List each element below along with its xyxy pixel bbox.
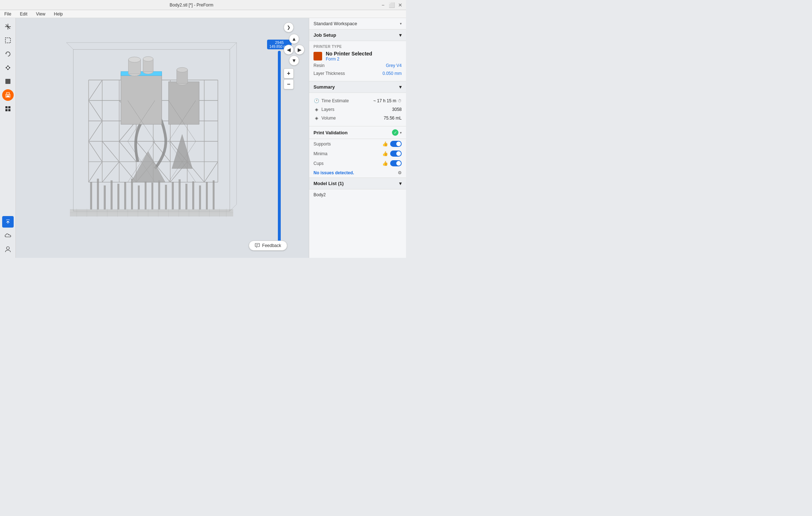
expand-button[interactable]: ❯ bbox=[284, 22, 294, 32]
svg-rect-55 bbox=[158, 180, 160, 209]
svg-point-18 bbox=[6, 247, 9, 250]
minima-toggle[interactable] bbox=[390, 151, 402, 157]
menu-help[interactable]: Help bbox=[53, 11, 64, 17]
menu-bar: File Edit View Help bbox=[0, 10, 406, 18]
svg-rect-63 bbox=[213, 180, 215, 209]
model-list-header[interactable]: Model List (1) ▾ bbox=[309, 178, 406, 189]
menu-view[interactable]: View bbox=[35, 11, 47, 17]
model-body2[interactable]: Body2 bbox=[309, 189, 406, 200]
svg-rect-98 bbox=[121, 73, 162, 124]
printer-model[interactable]: Form 2 bbox=[326, 57, 372, 62]
clock-icon: 🕐 bbox=[313, 98, 319, 104]
svg-marker-8 bbox=[9, 67, 10, 69]
main-area: ❯ ▲ ◀ ▶ ▼ + − 2945 bbox=[0, 18, 406, 258]
time-estimate-value: ~ 17 h 15 m bbox=[373, 98, 396, 103]
minima-row: Minima 👍 bbox=[309, 149, 406, 158]
layer-thickness-row: Layer Thickness 0.050 mm bbox=[313, 69, 402, 77]
printer-details: No Printer Selected Form 2 bbox=[326, 51, 372, 62]
menu-edit[interactable]: Edit bbox=[18, 11, 29, 17]
minimize-button[interactable]: − bbox=[380, 2, 386, 8]
svg-marker-7 bbox=[5, 67, 7, 69]
menu-file[interactable]: File bbox=[3, 11, 13, 17]
layers-icon: ◈ bbox=[313, 107, 319, 112]
time-info-icon: ⏱ bbox=[398, 99, 402, 103]
time-estimate-label: Time Estimate bbox=[321, 98, 349, 103]
viewport[interactable]: ❯ ▲ ◀ ▶ ▼ + − 2945 bbox=[16, 18, 309, 258]
validation-status: ✓ ▾ bbox=[392, 129, 402, 136]
printer-name: No Printer Selected bbox=[326, 51, 372, 57]
svg-line-90 bbox=[204, 162, 218, 182]
upload-tool[interactable] bbox=[2, 216, 14, 228]
svg-rect-13 bbox=[5, 106, 8, 108]
nav-down[interactable]: ▼ bbox=[289, 55, 299, 66]
resin-row: Resin Grey V4 bbox=[313, 62, 402, 69]
settings-icon[interactable]: ⚙ bbox=[398, 170, 402, 175]
minima-thumb-icon: 👍 bbox=[382, 151, 388, 156]
nav-right[interactable]: ▶ bbox=[294, 45, 304, 55]
job-setup-title: Job Setup bbox=[313, 32, 336, 38]
svg-rect-51 bbox=[131, 179, 133, 209]
nav-controls: ▲ ◀ ▶ ▼ bbox=[284, 34, 304, 66]
svg-rect-50 bbox=[124, 182, 126, 210]
zoom-controls: + − bbox=[284, 68, 304, 89]
feedback-label: Feedback bbox=[262, 243, 281, 248]
cups-toggle[interactable] bbox=[390, 160, 402, 166]
print-validation-title: Print Validation bbox=[313, 130, 348, 135]
summary-section: 🕐 Time Estimate ~ 17 h 15 m ⏱ ◈ Layers 3… bbox=[309, 93, 406, 126]
supports-thumb-icon: 👍 bbox=[382, 141, 388, 147]
svg-rect-100 bbox=[168, 82, 199, 124]
supports-controls: 👍 bbox=[382, 141, 402, 147]
layer-thickness-value[interactable]: 0.050 mm bbox=[383, 71, 402, 76]
svg-rect-49 bbox=[117, 184, 119, 210]
summary-chevron-icon: ▾ bbox=[399, 84, 402, 90]
volume-label: Volume bbox=[321, 116, 336, 121]
print-validation-header[interactable]: Print Validation ✓ ▾ bbox=[309, 126, 406, 139]
svg-line-71 bbox=[102, 162, 119, 182]
layers-value: 3058 bbox=[392, 107, 402, 112]
svg-line-66 bbox=[89, 121, 102, 142]
orient-tool[interactable] bbox=[2, 76, 14, 87]
zoom-out-button[interactable]: − bbox=[284, 79, 294, 89]
viewport-controls: ❯ ▲ ◀ ▶ ▼ + − bbox=[284, 22, 304, 89]
svg-line-41 bbox=[230, 42, 236, 49]
svg-rect-15 bbox=[5, 109, 8, 111]
svg-rect-3 bbox=[5, 38, 10, 43]
svg-rect-9 bbox=[5, 79, 10, 84]
resin-value[interactable]: Grey V4 bbox=[386, 63, 402, 68]
svg-rect-54 bbox=[152, 183, 153, 210]
printer-info[interactable]: No Printer Selected Form 2 bbox=[313, 51, 402, 62]
svg-marker-6 bbox=[7, 69, 9, 70]
supports-toggle[interactable] bbox=[390, 141, 402, 147]
window-controls[interactable]: − ⬜ ✕ bbox=[380, 2, 403, 8]
svg-line-72 bbox=[102, 141, 119, 162]
svg-rect-46 bbox=[97, 179, 99, 209]
svg-rect-45 bbox=[90, 182, 92, 210]
resin-label: Resin bbox=[313, 63, 325, 68]
zoom-in-button[interactable]: + bbox=[284, 68, 294, 78]
workspace-header[interactable]: Standard Workspace ▾ bbox=[309, 18, 406, 30]
move-tool[interactable] bbox=[2, 62, 14, 73]
job-setup-header[interactable]: Job Setup ▾ bbox=[309, 30, 406, 41]
summary-header[interactable]: Summary ▾ bbox=[309, 81, 406, 93]
nav-up[interactable]: ▲ bbox=[289, 34, 299, 44]
cloud-tool[interactable] bbox=[2, 230, 14, 241]
svg-rect-60 bbox=[192, 181, 194, 210]
right-panel: Standard Workspace ▾ Job Setup ▾ PRINTER… bbox=[309, 18, 406, 258]
feedback-button[interactable]: Feedback bbox=[249, 241, 287, 251]
layer-track[interactable] bbox=[278, 51, 281, 247]
maximize-button[interactable]: ⬜ bbox=[389, 2, 394, 8]
grid-tool[interactable] bbox=[2, 103, 14, 115]
svg-line-65 bbox=[89, 141, 102, 162]
rotate-tool[interactable] bbox=[2, 48, 14, 60]
select-tool[interactable] bbox=[2, 35, 14, 46]
print-tool[interactable] bbox=[2, 89, 14, 101]
nav-left[interactable]: ◀ bbox=[284, 45, 294, 55]
transform-tool[interactable] bbox=[2, 21, 14, 32]
printer-icon bbox=[313, 52, 322, 60]
svg-rect-47 bbox=[104, 185, 106, 209]
workspace-chevron-icon: ▾ bbox=[400, 22, 402, 26]
close-button[interactable]: ✕ bbox=[397, 2, 403, 8]
account-tool[interactable] bbox=[2, 243, 14, 255]
svg-rect-12 bbox=[6, 95, 9, 97]
svg-line-64 bbox=[89, 162, 102, 182]
